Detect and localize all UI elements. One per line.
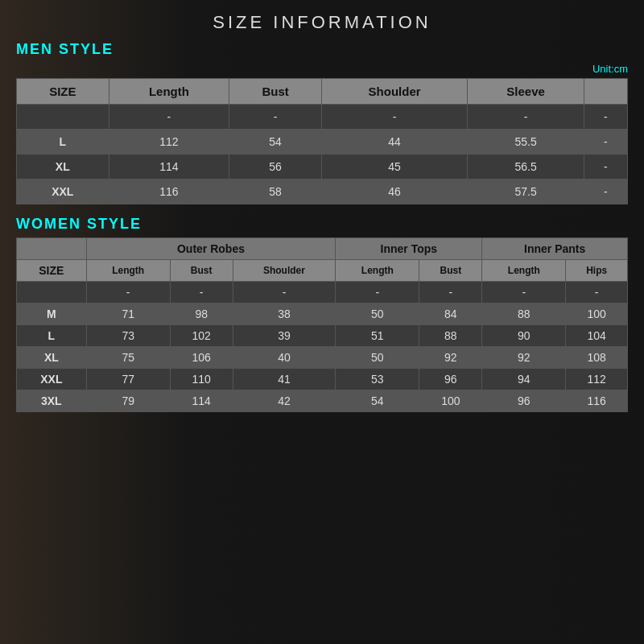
women-data-cell: - — [233, 282, 336, 303]
women-data-cell: 98 — [170, 303, 233, 325]
women-col-or-bust: Bust — [170, 260, 233, 282]
women-data-cell: 73 — [86, 325, 170, 347]
men-size-cell: L — [17, 130, 109, 155]
women-data-cell: 92 — [419, 347, 482, 369]
women-col-size: SIZE — [17, 260, 87, 282]
women-data-cell: 53 — [336, 369, 419, 390]
women-data-cell: 106 — [170, 347, 233, 369]
women-size-cell: XXL — [17, 369, 87, 390]
women-data-cell: 94 — [482, 369, 566, 390]
women-section: WOMEN STYLE Outer Robes Inner Tops Inner… — [16, 216, 628, 412]
women-data-cell: 116 — [566, 390, 628, 412]
women-col-ip-length: Length — [482, 260, 566, 282]
men-size-table: SIZE Length Bust Shoulder Sleeve -----L1… — [16, 78, 628, 204]
women-data-cell: 100 — [566, 303, 628, 325]
men-col-shoulder: Shoulder — [321, 79, 467, 105]
men-data-cell: - — [109, 105, 229, 130]
men-table-body: -----L112544455.5-XL114564556.5-XXL11658… — [17, 105, 628, 204]
men-size-cell: XXL — [17, 180, 109, 204]
men-table-row: ----- — [17, 105, 628, 130]
women-size-cell: 3XL — [17, 390, 87, 412]
men-data-cell: 44 — [321, 130, 467, 155]
women-col-header-row: SIZE Length Bust Shoulder Length Bust Le… — [17, 260, 628, 282]
women-data-cell: 110 — [170, 369, 233, 390]
women-group-header-row: Outer Robes Inner Tops Inner Pants — [17, 238, 628, 260]
outer-robes-group: Outer Robes — [86, 238, 336, 260]
men-data-cell: - — [584, 130, 627, 155]
women-data-cell: 71 — [86, 303, 170, 325]
women-table-row: XL7510640509292108 — [17, 347, 628, 369]
women-data-cell: 108 — [566, 347, 628, 369]
women-data-cell: - — [86, 282, 170, 303]
women-data-cell: 50 — [336, 347, 419, 369]
women-data-cell: 114 — [170, 390, 233, 412]
men-data-cell: 55.5 — [468, 130, 584, 155]
men-section-title: MEN STYLE — [16, 41, 628, 58]
men-data-cell: 56.5 — [468, 155, 584, 180]
women-data-cell: 96 — [482, 390, 566, 412]
men-col-size: SIZE — [17, 79, 109, 105]
women-data-cell: 77 — [86, 369, 170, 390]
women-table-row: L7310239518890104 — [17, 325, 628, 347]
women-size-cell: M — [17, 303, 87, 325]
women-data-cell: 102 — [170, 325, 233, 347]
women-data-cell: - — [336, 282, 419, 303]
women-data-cell: 104 — [566, 325, 628, 347]
men-data-cell: 56 — [229, 155, 322, 180]
men-data-cell: - — [229, 105, 322, 130]
women-data-cell: 92 — [482, 347, 566, 369]
men-data-cell: 112 — [109, 130, 229, 155]
women-data-cell: 41 — [233, 369, 336, 390]
women-col-it-bust: Bust — [419, 260, 482, 282]
women-data-cell: 96 — [419, 369, 482, 390]
women-table-row: 3XL79114425410096116 — [17, 390, 628, 412]
men-data-cell: - — [584, 105, 627, 130]
inner-pants-group: Inner Pants — [482, 238, 628, 260]
women-size-table: Outer Robes Inner Tops Inner Pants SIZE … — [16, 237, 628, 412]
women-size-group — [17, 238, 87, 260]
men-data-cell: 116 — [109, 180, 229, 204]
women-data-cell: 50 — [336, 303, 419, 325]
women-table-row: ------- — [17, 282, 628, 303]
women-data-cell: - — [566, 282, 628, 303]
women-data-cell: - — [419, 282, 482, 303]
men-data-cell: 57.5 — [468, 180, 584, 204]
men-data-cell: - — [584, 155, 627, 180]
men-size-cell: XL — [17, 155, 109, 180]
women-data-cell: 88 — [482, 303, 566, 325]
women-data-cell: - — [482, 282, 566, 303]
women-data-cell: 38 — [233, 303, 336, 325]
women-size-cell — [17, 282, 87, 303]
women-data-cell: 88 — [419, 325, 482, 347]
men-data-cell: 46 — [321, 180, 467, 204]
women-data-cell: 51 — [336, 325, 419, 347]
men-data-cell: 114 — [109, 155, 229, 180]
men-data-cell: 54 — [229, 130, 322, 155]
men-data-cell: 58 — [229, 180, 322, 204]
men-col-length: Length — [109, 79, 229, 105]
women-section-title: WOMEN STYLE — [16, 216, 628, 233]
women-data-cell: 79 — [86, 390, 170, 412]
women-data-cell: 112 — [566, 369, 628, 390]
women-data-cell: 75 — [86, 347, 170, 369]
women-data-cell: 84 — [419, 303, 482, 325]
men-table-row: L112544455.5- — [17, 130, 628, 155]
unit-label: Unit:cm — [16, 63, 628, 75]
women-table-row: M719838508488100 — [17, 303, 628, 325]
men-table-row: XXL116584657.5- — [17, 180, 628, 204]
men-data-cell: 45 — [321, 155, 467, 180]
men-section: MEN STYLE Unit:cm SIZE Length Bust Shoul… — [16, 41, 628, 204]
inner-tops-group: Inner Tops — [336, 238, 482, 260]
women-size-cell: L — [17, 325, 87, 347]
men-table-header-row: SIZE Length Bust Shoulder Sleeve — [17, 79, 628, 105]
women-col-ip-hips: Hips — [566, 260, 628, 282]
women-data-cell: 90 — [482, 325, 566, 347]
women-data-cell: 100 — [419, 390, 482, 412]
men-col-bust: Bust — [229, 79, 322, 105]
men-size-cell — [17, 105, 109, 130]
men-col-sleeve: Sleeve — [468, 79, 584, 105]
women-data-cell: 40 — [233, 347, 336, 369]
women-data-cell: - — [170, 282, 233, 303]
women-data-cell: 42 — [233, 390, 336, 412]
women-table-body: -------M719838508488100L7310239518890104… — [17, 282, 628, 412]
